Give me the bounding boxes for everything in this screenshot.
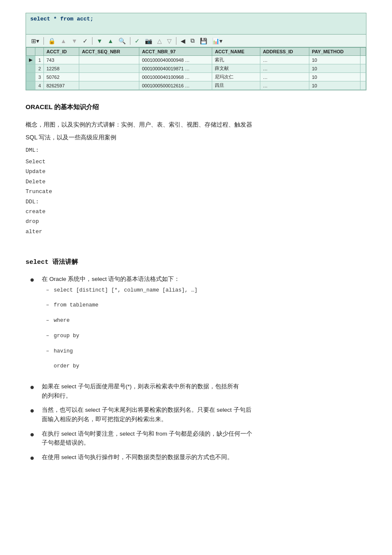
dml-block: DML: [26,145,366,155]
bullet-dot-4: ● [30,428,38,441]
cell-acct-id-2: 12258 [44,64,79,73]
cell-acct-nbr-2: 0001000040019871 … [139,64,212,73]
bullet-text-3: 当然，也可以在 select 子句末尾列出将要检索的数据列名。只要在 selec… [42,407,251,413]
cell-acct-id-3: 50762 [44,73,79,81]
nav-up-icon[interactable]: ▲ [59,37,68,45]
copy-icon[interactable]: ⧉ [189,36,196,45]
row-indicator-3 [26,73,35,81]
row-indicator-4 [26,81,35,90]
cell-extra-3 [360,73,366,81]
save-icon[interactable]: 💾 [198,37,209,45]
bullet-text-4: 在执行 select 语句时要注意，select 子句和 from 子句都是必须… [42,431,252,437]
bullet-text-2: 如果在 select 子句后面使用星号(*)，则表示检索表中所有的数据，包括所有 [42,383,239,390]
bullet-content-2: 如果在 select 子句后面使用星号(*)，则表示检索表中所有的数据，包括所有… [42,382,366,400]
down-gray-icon[interactable]: ▽ [165,37,173,45]
select-section: select 语法讲解 ● 在 Oracle 系统中，select 语句的基本语… [26,258,366,464]
sub-item-1d: – group by [46,331,366,341]
bullet-text-3b: 面输入相应的列名，即可把指定的列检索出来。 [42,416,167,422]
cell-acct-nbr-1: 0001000040000948 … [139,56,212,64]
sub-dash-1e: – [46,347,54,357]
separator-2 [92,37,92,45]
cell-acct-name-4: 四旦 [212,81,260,90]
data-table: ACCT_ID ACCT_SEQ_NBR ACCT_NBR_97 ACCT_NA… [26,47,366,90]
sql-input[interactable]: select * from acct; [26,13,366,35]
cell-pay-2: 10 [309,64,360,73]
row-num-1: 1 [35,56,44,64]
select-title: select 语法讲解 [26,258,366,266]
cell-acct-seq-4 [79,81,139,90]
row-indicator-2 [26,64,35,73]
cell-acct-id-4: 8262597 [44,81,79,90]
bullet-text-4b: 子句都是错误的。 [42,439,89,446]
col-extra [360,48,366,56]
cell-pay-4: 10 [309,81,360,90]
dml-update: Update [26,167,366,176]
col-pay-method[interactable]: PAY_METHOD [309,48,360,56]
camera-icon[interactable]: 📷 [143,37,154,45]
separator-3 [130,37,130,45]
bullet-content-4: 在执行 select 语句时要注意，select 子句和 from 子句都是必须… [42,429,366,448]
bullet-list: ● 在 Oracle 系统中，select 语句的基本语法格式如下： – sel… [30,275,366,464]
check-icon[interactable]: ✓ [81,37,89,45]
list-item-3: ● 当然，也可以在 select 子句末尾列出将要检索的数据列名。只要在 sel… [30,405,366,424]
col-acct-id[interactable]: ACCT_ID [44,48,79,56]
col-address-id[interactable]: ADDRESS_ID [260,48,309,56]
sub-text-1a: select [distinct] [*, column_name [alias… [54,286,198,296]
cell-extra-4 [360,81,366,90]
db-toolbar: ⊞▾ 🔒 ▲ ▼ ✓ ▼ ▲ 🔍 ✓ 📷 △ ▽ ◀ ⧉ 💾 📊▾ [26,35,366,47]
sub-text-1d: group by [54,331,79,341]
check2-icon[interactable]: ✓ [133,37,141,45]
cell-acct-id-1: 743 [44,56,79,64]
chart-btn[interactable]: 📊▾ [210,37,224,45]
bullet-dot-2: ● [30,381,38,393]
sub-dash-1d: – [46,331,54,341]
cell-acct-seq-3 [79,73,139,81]
grid-btn[interactable]: ⊞▾ [29,37,41,45]
cell-acct-name-1: 索孔 [212,56,260,64]
bullet-content-5: 在使用 select 语句执行操作时，不同数据类型的数据显示的方式也不同。 [42,453,366,462]
col-acct-name[interactable]: ACCT_NAME [212,48,260,56]
cell-address-3: … [260,73,309,81]
sub-item-1f: order by [46,361,366,372]
oracle-section: ORACEL 的基本知识介绍 概念，用图，以及实例的方式讲解：实例、用户、表、索… [26,103,366,237]
dml-select: Select [26,157,366,167]
sub-text-1e: having [54,347,73,357]
ddl-label: DDL: [26,197,366,207]
bullet-content-3: 当然，也可以在 select 子句末尾列出将要检索的数据列名。只要在 selec… [42,405,366,424]
sort-asc-icon[interactable]: ▲ [106,37,115,45]
list-item-5: ● 在使用 select 语句执行操作时，不同数据类型的数据显示的方式也不同。 [30,453,366,464]
back-icon[interactable]: ◀ [179,37,187,45]
sql-text: select * from acct; [30,16,93,22]
cell-address-1: … [260,56,309,64]
cell-extra-2 [360,64,366,73]
search-icon[interactable]: 🔍 [117,37,127,45]
sort-desc-icon[interactable]: ▼ [95,37,104,45]
lock-icon[interactable]: 🔒 [46,37,57,45]
cell-extra-1 [360,56,366,64]
dml-label: DML: [26,147,39,153]
sub-text-1c: where [54,316,70,326]
bullet-text-2b: 的列和行。 [42,393,72,399]
row-indicator-1: ▶ [26,56,35,64]
table-row: 2 12258 0001000040019871 … 薛文献 … 10 [26,64,366,73]
bullet-text-1: 在 Oracle 系统中，select 语句的基本语法格式如下： [42,276,180,282]
separator-1 [43,37,44,45]
list-item-1: ● 在 Oracle 系统中，select 语句的基本语法格式如下： – sel… [30,275,366,377]
cell-acct-nbr-3: 0001000040100968 … [139,73,212,81]
col-acct-seq-nbr[interactable]: ACCT_SEQ_NBR [79,48,139,56]
ddl-alter: alter [26,227,366,237]
sub-text-1b: from tablename [54,301,98,311]
sub-item-1e: – having [46,347,366,357]
bullet-text-5: 在使用 select 语句执行操作时，不同数据类型的数据显示的方式也不同。 [42,454,233,460]
nav-down-icon[interactable]: ▼ [70,37,79,45]
up-gray-icon[interactable]: △ [156,37,164,45]
bullet-dot-3: ● [30,405,38,417]
cell-pay-1: 10 [309,56,360,64]
cell-acct-nbr-4: 0001000500012616 … [139,81,212,90]
sub-list-1: – select [distinct] [*, column_name [ali… [46,286,366,372]
gap-1 [26,237,366,254]
col-acct-nbr-97[interactable]: ACCT_NBR_97 [139,48,212,56]
cell-acct-name-3: 尼玛次仁 [212,73,260,81]
bullet-content-1: 在 Oracle 系统中，select 语句的基本语法格式如下： – selec… [42,275,366,377]
sub-dash-1c: – [46,316,54,326]
